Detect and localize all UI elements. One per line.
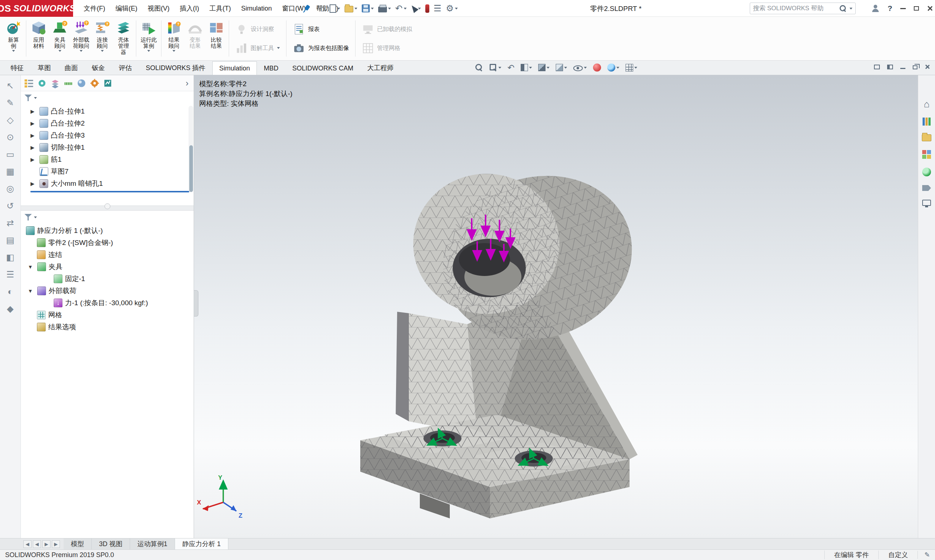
- tab-sheet-metal[interactable]: 钣金: [85, 60, 112, 75]
- report-button[interactable]: 报表: [293, 22, 349, 37]
- tree-item-mesh[interactable]: 网格: [21, 309, 194, 321]
- external-loads-advisor-button[interactable]: ? 外部载 荷顾问: [71, 17, 92, 60]
- left-toolbar-icon-04[interactable]: ⊙: [6, 132, 14, 142]
- home-icon[interactable]: ⌂: [320, 4, 325, 13]
- left-toolbar-icon-08[interactable]: ↺: [6, 201, 14, 211]
- panel-viewport-splitter[interactable]: [194, 290, 198, 317]
- hide-show-items-button[interactable]: [573, 64, 587, 71]
- tree-item-fixtures[interactable]: ▼夹具: [21, 261, 194, 273]
- task-pane-custom-properties-icon[interactable]: [922, 185, 931, 191]
- tab-features[interactable]: 特征: [4, 60, 31, 75]
- save-button[interactable]: [362, 5, 374, 12]
- bottom-tab-motion-study1[interactable]: 运动算例1: [130, 538, 175, 549]
- login-user-icon[interactable]: [872, 5, 879, 12]
- menu-file[interactable]: 文件(F): [79, 4, 110, 13]
- property-manager-tab-icon[interactable]: [37, 78, 47, 88]
- display-manager-tab-icon[interactable]: [76, 78, 86, 88]
- new-study-button[interactable]: 新算 例: [3, 17, 24, 60]
- search-input[interactable]: [753, 5, 836, 12]
- restore-document-icon[interactable]: [913, 65, 918, 69]
- view-orientation-button[interactable]: [538, 64, 549, 71]
- tree-item-boss-extrude3[interactable]: ▶凸台-拉伸3: [21, 129, 194, 141]
- dimxpert-manager-tab-icon[interactable]: [63, 78, 73, 88]
- results-advisor-button[interactable]: ? 结果 顾问: [164, 17, 185, 60]
- task-pane-appearances-icon[interactable]: [922, 168, 931, 176]
- tree-item-force1[interactable]: ↓力-1 (:按条目: -30,000 kgf:): [21, 297, 194, 309]
- pin-menu-icon[interactable]: [302, 5, 310, 12]
- section-view-button[interactable]: [521, 64, 532, 71]
- left-toolbar-icon-09[interactable]: ⇄: [6, 218, 14, 228]
- minimize-document-icon[interactable]: [900, 68, 906, 69]
- bottom-tab-3d-views[interactable]: 3D 视图: [92, 538, 130, 549]
- splitter-knob[interactable]: [105, 203, 110, 209]
- tree-scrollbar[interactable]: [188, 106, 193, 192]
- apply-scene-button[interactable]: [607, 63, 619, 72]
- tree-item-connections[interactable]: 连结: [21, 249, 194, 261]
- prev-tab-icon[interactable]: ◀: [33, 540, 41, 548]
- left-toolbar-icon-05[interactable]: ▭: [6, 150, 15, 159]
- tree-item-sketch7[interactable]: 草图7: [21, 165, 194, 177]
- tree-item-rib1[interactable]: ▶筋1: [21, 153, 194, 165]
- shell-manager-button[interactable]: 壳体 管理 器: [113, 17, 134, 60]
- search-box[interactable]: [750, 3, 856, 14]
- tree-item-boss-extrude2[interactable]: ▶凸台-拉伸2: [21, 117, 194, 129]
- tab-evaluate[interactable]: 评估: [112, 60, 139, 75]
- study-tree-filter[interactable]: [21, 211, 194, 224]
- file-properties-icon[interactable]: ☰: [434, 4, 442, 13]
- view-settings-button[interactable]: [625, 64, 637, 72]
- tree-scrollbar-thumb[interactable]: [189, 145, 193, 192]
- status-edit-icon[interactable]: ✎: [918, 551, 930, 559]
- menu-edit[interactable]: 编辑(E): [110, 4, 142, 13]
- bottom-tab-static-study1[interactable]: 静应力分析 1: [175, 538, 228, 549]
- close-window-icon[interactable]: [927, 6, 933, 11]
- tab-solidworks-addins[interactable]: SOLIDWORKS 插件: [139, 60, 212, 75]
- zoom-to-fit-icon[interactable]: [475, 63, 483, 72]
- select-button[interactable]: [411, 5, 421, 12]
- menu-view[interactable]: 视图(V): [142, 4, 174, 13]
- run-study-button[interactable]: 运行此 算例: [138, 17, 159, 60]
- undo-button[interactable]: ↶: [395, 4, 407, 13]
- print-button[interactable]: [378, 5, 391, 12]
- tree-item-static-study[interactable]: 静应力分析 1 (-默认-): [21, 225, 194, 237]
- next-tab-icon[interactable]: ▶: [42, 540, 51, 548]
- last-tab-icon[interactable]: ▶: [52, 540, 60, 548]
- viewport-canvas[interactable]: Y X Z: [194, 75, 918, 538]
- panel-splitter[interactable]: [21, 206, 194, 211]
- task-pane-forum-icon[interactable]: [922, 200, 931, 206]
- menu-tools[interactable]: 工具(T): [204, 4, 236, 13]
- minimize-window-icon[interactable]: [900, 8, 906, 9]
- cam-manager-tab-icon[interactable]: [89, 78, 100, 88]
- left-toolbar-icon-13[interactable]: ◐: [8, 287, 13, 297]
- menu-insert[interactable]: 插入(I): [174, 4, 204, 13]
- new-document-button[interactable]: [330, 5, 340, 13]
- display-style-button[interactable]: [556, 64, 567, 71]
- apply-material-button[interactable]: 应用 材料: [28, 17, 49, 60]
- graphics-viewport[interactable]: 模型名称:零件2 算例名称:静应力分析 1(-默认-) 网格类型: 实体网格: [194, 75, 918, 538]
- left-toolbar-icon-06[interactable]: ▦: [6, 167, 15, 176]
- tab-surfaces[interactable]: 曲面: [58, 60, 85, 75]
- tree-item-result-options[interactable]: 结果选项: [21, 321, 194, 333]
- options-button[interactable]: ⚙: [446, 4, 458, 13]
- include-image-for-report-button[interactable]: 为报表包括图像: [293, 41, 349, 55]
- bottom-tab-model[interactable]: 模型: [63, 538, 92, 549]
- tab-sketch[interactable]: 草图: [31, 60, 58, 75]
- split-pane-right-icon[interactable]: [887, 65, 893, 69]
- split-pane-left-icon[interactable]: [874, 65, 880, 69]
- zoom-to-area-button[interactable]: [489, 63, 501, 72]
- connections-advisor-button[interactable]: ? 连接 顾问: [92, 17, 113, 60]
- tab-simulation[interactable]: Simulation: [212, 62, 257, 75]
- meshed-model[interactable]: [360, 152, 653, 518]
- tree-item-fixed1[interactable]: 固定-1: [21, 273, 194, 285]
- task-pane-design-library-icon[interactable]: [923, 118, 930, 126]
- previous-view-icon[interactable]: ↶: [508, 63, 514, 72]
- maximize-window-icon[interactable]: [914, 6, 919, 11]
- task-pane-view-palette-icon[interactable]: [922, 150, 931, 159]
- panel-expand-chevron[interactable]: ›: [186, 78, 191, 88]
- rollback-bar[interactable]: [30, 191, 189, 192]
- tree-item-cut-extrude1[interactable]: ▶切除-拉伸1: [21, 141, 194, 153]
- feature-tree-filter[interactable]: [21, 91, 194, 105]
- left-toolbar-icon-11[interactable]: ◧: [6, 252, 15, 262]
- configuration-manager-tab-icon[interactable]: [50, 78, 60, 88]
- left-toolbar-icon-01[interactable]: ↖: [6, 81, 14, 91]
- task-pane-resources-icon[interactable]: ⌂: [924, 99, 929, 109]
